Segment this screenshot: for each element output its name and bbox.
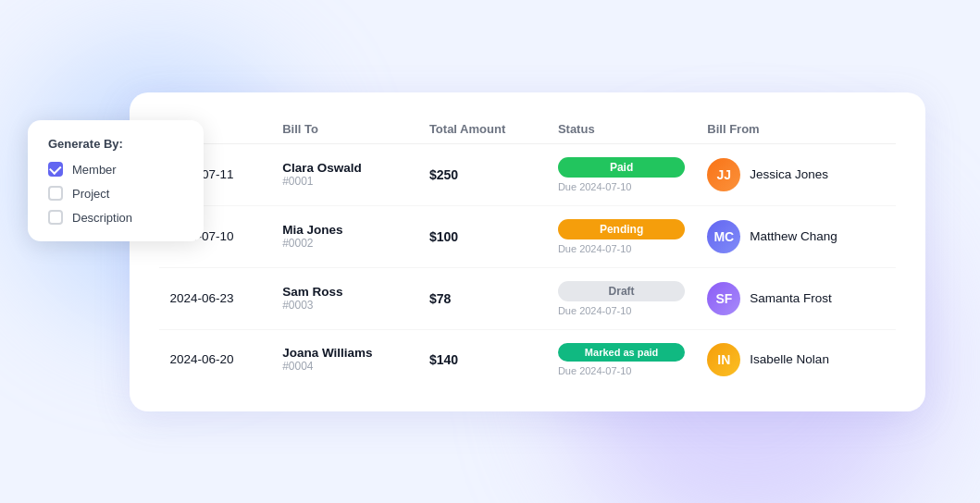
main-table-card: Date Bill To Total Amount Status Bill Fr… [130, 92, 925, 411]
status-badge-2: Draft [558, 281, 685, 301]
bill-from-name-0: Jessica Jones [750, 167, 828, 181]
bill-to-name-1: Mia Jones [282, 223, 407, 237]
bill-from-wrap-3: IN Isabelle Nolan [707, 343, 884, 376]
cell-bill-from-1: MC Matthew Chang [696, 205, 895, 267]
cell-bill-to-0: Clara Oswald #0001 [271, 143, 418, 205]
cell-bill-to-3: Joana Williams #0004 [271, 329, 418, 389]
table-row: 2024-07-10 Mia Jones #0002 $100 Pending … [159, 205, 896, 267]
cell-status-3: Marked as paid Due 2024-07-10 [547, 329, 696, 389]
bill-from-wrap-0: JJ Jessica Jones [707, 158, 884, 191]
cell-date-2: 2024-06-23 [159, 267, 272, 329]
cell-bill-from-0: JJ Jessica Jones [696, 143, 895, 205]
dropdown-item-description[interactable]: Description [48, 210, 183, 225]
status-badge-3: Marked as paid [558, 343, 685, 362]
avatar-2: SF [707, 282, 740, 315]
cell-amount-0: $250 [418, 143, 547, 205]
bill-to-id-2: #0003 [282, 299, 407, 312]
checkbox-project[interactable] [48, 186, 63, 201]
due-date-3: Due 2024-07-10 [558, 365, 685, 376]
status-badge-0: Paid [558, 157, 685, 178]
cell-date-3: 2024-06-20 [159, 329, 272, 389]
cell-bill-to-1: Mia Jones #0002 [271, 205, 418, 267]
status-wrap-3: Marked as paid Due 2024-07-10 [558, 343, 685, 376]
cell-status-0: Paid Due 2024-07-10 [547, 143, 696, 205]
dropdown-item-member[interactable]: Member [48, 162, 183, 177]
status-wrap-1: Pending Due 2024-07-10 [558, 219, 685, 254]
col-header-bill-to: Bill To [271, 115, 418, 144]
dropdown-label-member: Member [72, 163, 117, 177]
amount-value-2: $78 [429, 291, 451, 306]
table-header-row: Date Bill To Total Amount Status Bill Fr… [159, 115, 896, 144]
bill-to-name-2: Sam Ross [282, 285, 407, 299]
col-header-bill-from: Bill From [696, 115, 895, 144]
dropdown-label-description: Description [72, 211, 132, 225]
cell-status-1: Pending Due 2024-07-10 [547, 205, 696, 267]
invoices-table: Date Bill To Total Amount Status Bill Fr… [159, 115, 896, 389]
status-wrap-0: Paid Due 2024-07-10 [558, 157, 685, 192]
due-date-0: Due 2024-07-10 [558, 181, 685, 192]
avatar-1: MC [707, 220, 740, 253]
col-header-total-amount: Total Amount [418, 115, 547, 144]
bill-to-name-0: Clara Oswald [282, 161, 407, 175]
table-row: 2024-07-11 Clara Oswald #0001 $250 Paid … [159, 143, 896, 205]
cell-bill-from-2: SF Samanta Frost [696, 267, 895, 329]
bill-from-name-2: Samanta Frost [750, 291, 832, 305]
checkbox-description[interactable] [48, 210, 63, 225]
amount-value-0: $250 [429, 167, 458, 182]
amount-value-3: $140 [429, 352, 458, 367]
cell-amount-1: $100 [418, 205, 547, 267]
cell-bill-to-2: Sam Ross #0003 [271, 267, 418, 329]
dropdown-title: Generate By: [48, 137, 183, 151]
due-date-1: Due 2024-07-10 [558, 243, 685, 254]
bill-from-name-1: Matthew Chang [750, 229, 837, 243]
bill-to-name-3: Joana Williams [282, 346, 407, 360]
dropdown-label-project: Project [72, 187, 109, 201]
generate-by-dropdown: Generate By: Member Project Description [28, 120, 204, 241]
table-row: 2024-06-20 Joana Williams #0004 $140 Mar… [159, 329, 896, 389]
status-wrap-2: Draft Due 2024-07-10 [558, 281, 685, 316]
checkbox-member[interactable] [48, 162, 63, 177]
amount-value-1: $100 [429, 229, 458, 244]
bill-to-id-0: #0001 [282, 175, 407, 188]
status-badge-1: Pending [558, 219, 685, 239]
bill-to-id-3: #0004 [282, 360, 407, 373]
dropdown-item-project[interactable]: Project [48, 186, 183, 201]
cell-bill-from-3: IN Isabelle Nolan [696, 329, 895, 389]
col-header-status: Status [547, 115, 696, 144]
table-row: 2024-06-23 Sam Ross #0003 $78 Draft Due … [159, 267, 896, 329]
cell-status-2: Draft Due 2024-07-10 [547, 267, 696, 329]
bill-from-wrap-1: MC Matthew Chang [707, 220, 884, 253]
cell-amount-3: $140 [418, 329, 547, 389]
bill-from-name-3: Isabelle Nolan [750, 352, 829, 366]
bill-from-wrap-2: SF Samanta Frost [707, 282, 884, 315]
avatar-3: IN [707, 343, 740, 376]
cell-amount-2: $78 [418, 267, 547, 329]
bill-to-id-1: #0002 [282, 237, 407, 250]
due-date-2: Due 2024-07-10 [558, 305, 685, 316]
avatar-0: JJ [707, 158, 740, 191]
